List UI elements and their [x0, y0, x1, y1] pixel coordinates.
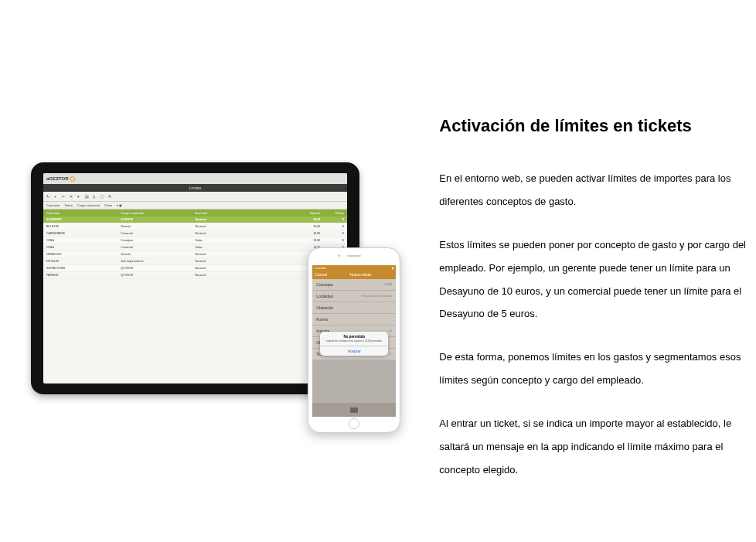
table-row[interactable]: ALMUERZO@TODOSNacional30,00E — [43, 216, 347, 223]
table-row[interactable]: CARBURANTEComercialNacional40,00E — [43, 230, 347, 237]
nav-back[interactable]: Cancel — [315, 272, 327, 277]
modal-accept-button[interactable]: Aceptar — [320, 346, 388, 356]
modal-title: No permitido — [320, 332, 388, 339]
page-icon[interactable]: ▢ — [100, 194, 105, 199]
refresh-icon[interactable]: ↻ — [46, 194, 51, 199]
cell-concepto: BILLETES — [46, 225, 121, 228]
filter-concepto[interactable]: Concepto — [46, 203, 60, 207]
modal-text: Importe de concepto cena superior a 25,0… — [320, 339, 388, 346]
filter-icon[interactable]: ▾ — [77, 194, 82, 199]
cell-divisa: E — [320, 239, 344, 242]
row-ubicacion[interactable]: Ubicación — [312, 302, 396, 314]
col-importe: Importe — [284, 211, 320, 215]
cell-nacional: Nacional — [196, 218, 285, 221]
cell-nacional: Todos — [196, 246, 285, 249]
cell-importe: 30,00 — [284, 218, 320, 221]
filter-clase[interactable]: Clase — [104, 203, 112, 207]
table-row[interactable]: DESAYUNOGerenteNacional8,00E — [43, 251, 347, 258]
alert-modal: No permitido Importe de concepto cena su… — [320, 332, 388, 356]
row-value: Introduzca la localidad — [361, 294, 392, 298]
row-value: CENA — [383, 282, 392, 287]
print-icon[interactable]: ⎙ — [93, 194, 97, 199]
row-label: Ubicación — [316, 305, 333, 310]
app-header: aGESTOR — [43, 173, 347, 184]
doc-icon[interactable]: ▤ — [85, 194, 90, 199]
row-label: Localidad — [316, 294, 332, 298]
cell-divisa: E — [320, 225, 344, 228]
phone-device: movistar ▮ Cancel Nuevo ticket Concepto … — [308, 247, 400, 433]
phone-statusbar: movistar ▮ — [312, 265, 396, 271]
table-row[interactable]: CENAComercialTodos14,00E — [43, 244, 347, 251]
text-column: Activación de límites en tickets En el e… — [439, 0, 756, 502]
cell-concepto: PARKING — [46, 274, 121, 277]
table-header: Concepto Cargo empleado Nacional Importe… — [43, 210, 347, 216]
paragraph-3: De esta forma, ponemos límites en los ga… — [439, 346, 756, 392]
close-icon[interactable]: ✕ — [70, 194, 74, 199]
home-button[interactable] — [349, 418, 359, 429]
cell-concepto: DESAYUNO — [46, 253, 121, 256]
cell-nacional: Nacional — [196, 232, 285, 235]
cell-cargo: @TODOS — [121, 218, 195, 221]
cell-cargo: Jefe departamento — [121, 260, 195, 263]
row-label: Forma — [316, 317, 327, 322]
battery-icon: ▮ — [392, 266, 393, 270]
cell-cargo: Comercial — [121, 232, 195, 235]
table-body: ALMUERZO@TODOSNacional30,00EBILLETESGere… — [43, 216, 347, 279]
camera-bar[interactable] — [312, 403, 396, 417]
cell-concepto: CENA — [46, 246, 121, 249]
tablet-screen: aGESTOR Límites ↻ + ✂ ✕ ▾ ▤ ⎙ ▢ ⇱ Concep… — [43, 173, 347, 383]
plus-icon[interactable]: + — [54, 194, 59, 199]
export-icon[interactable]: ⇱ — [108, 194, 113, 199]
cell-cargo: @TODOS — [121, 267, 195, 270]
brand-text: aGESTOR — [46, 176, 69, 181]
col-concepto: Concepto — [46, 211, 121, 215]
filter-bar: Concepto Todos Cargo comercial Clase ▾ ▣ — [43, 202, 347, 210]
phone-speaker — [347, 255, 361, 257]
cell-nacional: Todos — [196, 239, 285, 242]
table-row[interactable]: PARKING@TODOSNacional25,00E — [43, 272, 347, 279]
cell-cargo: Consejero — [121, 239, 195, 242]
cell-cargo: Comercial — [121, 246, 195, 249]
cell-concepto: CARBURANTE — [46, 232, 121, 235]
cell-cargo: @TODOS — [121, 274, 195, 277]
app-logo: aGESTOR — [46, 176, 75, 182]
logo-ring-icon — [70, 176, 75, 182]
cut-icon[interactable]: ✂ — [62, 194, 66, 199]
cell-divisa: E — [320, 218, 344, 221]
section-title: Límites — [43, 184, 347, 192]
table-row[interactable]: CENAConsejeroTodos23,00E — [43, 237, 347, 244]
cell-cargo: Gerente — [121, 253, 195, 256]
cell-nacional: Nacional — [196, 274, 285, 277]
table-row[interactable]: BILLETESGerenteNacional50,00E — [43, 223, 347, 230]
cell-concepto: CENA — [46, 239, 121, 242]
table-row[interactable]: INVITACIONES@TODOSNacional100,00E — [43, 265, 347, 272]
cell-nacional: Nacional — [196, 260, 285, 263]
cell-cargo: Gerente — [121, 225, 195, 228]
phone-screen: movistar ▮ Cancel Nuevo ticket Concepto … — [312, 265, 396, 417]
row-forma[interactable]: Forma — [312, 314, 396, 326]
row-concepto[interactable]: Concepto CENA — [312, 279, 396, 291]
toolbar: ↻ + ✂ ✕ ▾ ▤ ⎙ ▢ ⇱ — [43, 192, 347, 202]
camera-icon — [350, 407, 358, 413]
row-localidad[interactable]: Localidad Introduzca la localidad — [312, 291, 396, 302]
paragraph-1: En el entorno web, se pueden activar lím… — [439, 167, 756, 213]
filter-extra-icon[interactable]: ▾ ▣ — [117, 203, 122, 207]
paragraph-2: Estos límites se pueden poner por concep… — [439, 234, 756, 326]
filter-todos[interactable]: Todos — [64, 203, 73, 207]
cell-concepto: INVITACIONES — [46, 267, 121, 270]
col-divisa: Divisa — [320, 211, 344, 215]
filter-cargo[interactable]: Cargo comercial — [77, 203, 100, 207]
carrier-label: movistar — [315, 266, 326, 270]
cell-importe: 40,00 — [284, 232, 320, 235]
cell-importe: 23,00 — [284, 239, 320, 242]
cell-concepto: ALMUERZO — [46, 218, 121, 221]
cell-nacional: Nacional — [196, 225, 285, 228]
table-row[interactable]: HOTELESJefe departamentoNacional75,00E — [43, 258, 347, 265]
col-nacional: Nacional — [196, 211, 285, 215]
cell-concepto: HOTELES — [46, 260, 121, 263]
cell-nacional: Nacional — [196, 253, 285, 256]
nav-title: Nuevo ticket — [349, 272, 371, 277]
cell-nacional: Nacional — [196, 267, 285, 270]
headline: Activación de límites en tickets — [439, 116, 756, 136]
toggle-icon[interactable]: ◯ — [389, 352, 392, 356]
